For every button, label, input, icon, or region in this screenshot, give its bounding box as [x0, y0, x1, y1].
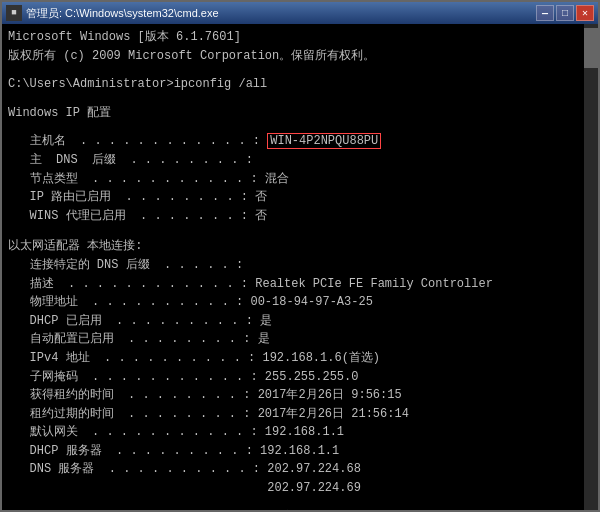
spacer-3 [8, 122, 592, 132]
adapter-dns2: 202.97.224.69 [8, 479, 592, 498]
terminal-line-4: C:\Users\Administrator>ipconfig /all [8, 75, 592, 94]
adapter-dhcp: DHCP 已启用 . . . . . . . . . : 是 [8, 312, 592, 331]
scrollbar[interactable] [584, 24, 598, 510]
main-nodetype-line: 节点类型 . . . . . . . . . . . : 混合 [8, 170, 592, 189]
window-title: 管理员: C:\Windows\system32\cmd.exe [26, 6, 219, 21]
titlebar: ■ 管理员: C:\Windows\system32\cmd.exe — □ ✕ [2, 2, 598, 24]
adapter-lease-obtained: 获得租约的时间 . . . . . . . . : 2017年2月26日 9:5… [8, 386, 592, 405]
windows-ip-heading: Windows IP 配置 [8, 104, 592, 123]
spacer-4 [8, 225, 592, 235]
window-icon: ■ [6, 5, 22, 21]
main-hostname-line: 主机名 . . . . . . . . . . . . : WIN-4P2NPQ… [8, 132, 592, 151]
adapter-mac: 物理地址 . . . . . . . . . . : 00-18-94-97-A… [8, 293, 592, 312]
adapter-subnet: 子网掩码 . . . . . . . . . . . : 255.255.255… [8, 368, 592, 387]
terminal-content[interactable]: Microsoft Windows [版本 6.1.7601] 版权所有 (c)… [2, 24, 598, 510]
adapter-ipv4: IPv4 地址 . . . . . . . . . . : 192.168.1.… [8, 349, 592, 368]
adapter-lease-expires: 租约过期的时间 . . . . . . . . : 2017年2月26日 21:… [8, 405, 592, 424]
terminal-line-1: Microsoft Windows [版本 6.1.7601] [8, 28, 592, 47]
main-iprouting-line: IP 路由已启用 . . . . . . . . : 否 [8, 188, 592, 207]
adapter-autoconfig: 自动配置已启用 . . . . . . . . : 是 [8, 330, 592, 349]
close-button[interactable]: ✕ [576, 5, 594, 21]
main-wins-line: WINS 代理已启用 . . . . . . . : 否 [8, 207, 592, 226]
main-dns-line: 主 DNS 后缀 . . . . . . . . : [8, 151, 592, 170]
spacer-2 [8, 94, 592, 104]
netbios-line: TCPIP 上的 NetBIOS . . . . . . : 已启用 [8, 508, 592, 510]
terminal-line-2: 版权所有 (c) 2009 Microsoft Corporation。保留所有… [8, 47, 592, 66]
adapter-dns-suffix: 连接特定的 DNS 后缀 . . . . . : [8, 256, 592, 275]
spacer-1 [8, 65, 592, 75]
adapter-description: 描述 . . . . . . . . . . . . : Realtek PCI… [8, 275, 592, 294]
titlebar-buttons: — □ ✕ [536, 5, 594, 21]
scrollbar-thumb[interactable] [584, 28, 598, 68]
adapter-dhcp-server: DHCP 服务器 . . . . . . . . . : 192.168.1.1 [8, 442, 592, 461]
hostname-value: WIN-4P2NPQU88PU [267, 133, 381, 149]
adapter-title: 以太网适配器 本地连接: [8, 237, 592, 256]
adapter-gateway: 默认网关 . . . . . . . . . . . : 192.168.1.1 [8, 423, 592, 442]
cmd-window: ■ 管理员: C:\Windows\system32\cmd.exe — □ ✕… [0, 0, 600, 512]
maximize-button[interactable]: □ [556, 5, 574, 21]
titlebar-left: ■ 管理员: C:\Windows\system32\cmd.exe [6, 5, 219, 21]
adapter-dns1: DNS 服务器 . . . . . . . . . . : 202.97.224… [8, 460, 592, 479]
minimize-button[interactable]: — [536, 5, 554, 21]
spacer-5 [8, 498, 592, 508]
